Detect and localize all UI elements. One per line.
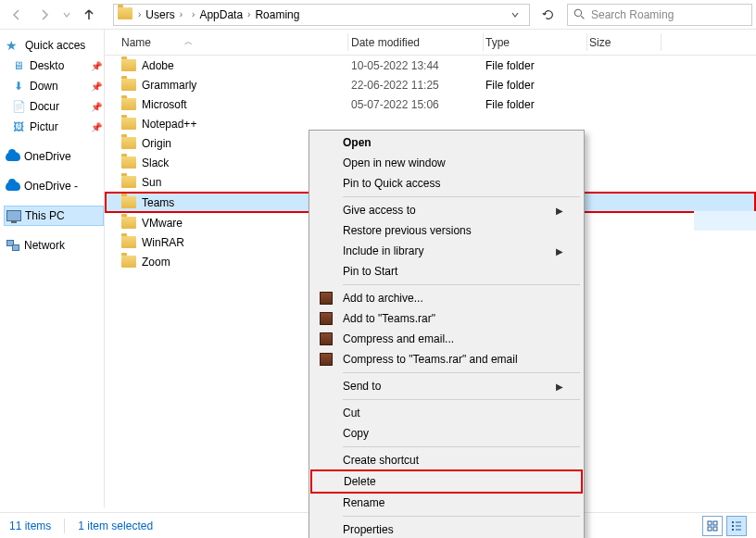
svg-rect-5 bbox=[732, 521, 734, 523]
breadcrumb-item[interactable]: Roaming bbox=[252, 8, 302, 21]
winrar-icon bbox=[319, 291, 334, 306]
svg-rect-4 bbox=[713, 527, 717, 531]
address-bar[interactable]: › Users › › AppData › Roaming bbox=[113, 4, 530, 26]
folder-icon bbox=[121, 196, 136, 208]
winrar-icon bbox=[319, 311, 334, 326]
chevron-right-icon[interactable]: › bbox=[178, 9, 184, 19]
file-name: VMware bbox=[142, 217, 183, 230]
folder-icon bbox=[121, 217, 136, 229]
file-name: WinRAR bbox=[142, 236, 184, 249]
svg-point-0 bbox=[574, 9, 581, 16]
chevron-right-icon: ▶ bbox=[556, 206, 563, 216]
ctx-rename[interactable]: Rename bbox=[311, 493, 582, 513]
pin-icon: 📌 bbox=[91, 81, 102, 92]
recent-dropdown[interactable] bbox=[59, 3, 74, 27]
selection-extend bbox=[694, 211, 756, 231]
folder-icon bbox=[118, 7, 132, 19]
up-button[interactable] bbox=[76, 3, 102, 27]
onedrive-icon bbox=[6, 149, 20, 164]
folder-icon bbox=[121, 236, 136, 248]
ctx-send-to[interactable]: Send to▶ bbox=[311, 376, 582, 396]
documents-icon: 📄 bbox=[11, 99, 26, 114]
sort-indicator-icon: ︿ bbox=[184, 36, 193, 48]
sidebar-item-downloads[interactable]: ⬇ Down📌 bbox=[4, 76, 104, 96]
back-button[interactable] bbox=[4, 3, 30, 27]
view-large-icons-button[interactable] bbox=[702, 516, 723, 536]
file-name: Teams bbox=[142, 196, 174, 209]
sidebar-quick-access[interactable]: ★ Quick acces bbox=[4, 35, 104, 56]
navigation-pane: ★ Quick acces 🖥 Deskto📌 ⬇ Down📌 📄 Docur📌… bbox=[0, 30, 104, 507]
file-row[interactable]: Grammarly22-06-2022 11:25File folder bbox=[105, 75, 756, 94]
sidebar-item-pictures[interactable]: 🖼 Pictur📌 bbox=[4, 117, 104, 137]
ctx-copy[interactable]: Copy bbox=[311, 423, 582, 444]
ctx-properties[interactable]: Properties bbox=[311, 519, 582, 538]
search-input[interactable]: Search Roaming bbox=[567, 4, 752, 26]
sidebar-network[interactable]: Network bbox=[4, 235, 104, 256]
chevron-right-icon: ▶ bbox=[556, 382, 563, 392]
star-icon: ★ bbox=[6, 38, 18, 53]
file-name: Notepad++ bbox=[142, 118, 196, 131]
ctx-delete[interactable]: Delete bbox=[312, 471, 581, 492]
sidebar-item-desktop[interactable]: 🖥 Deskto📌 bbox=[4, 56, 104, 76]
ctx-open[interactable]: Open bbox=[311, 132, 582, 153]
ctx-include-library[interactable]: Include in library▶ bbox=[311, 241, 582, 261]
sidebar-onedrive-business[interactable]: OneDrive - bbox=[4, 176, 104, 196]
sidebar-this-pc[interactable]: This PC bbox=[4, 206, 104, 226]
svg-rect-2 bbox=[713, 521, 717, 525]
file-date: 10-05-2022 13:44 bbox=[346, 59, 480, 72]
ctx-give-access-to[interactable]: Give access to▶ bbox=[311, 200, 582, 220]
refresh-button[interactable] bbox=[537, 4, 560, 26]
file-name: Slack bbox=[142, 156, 169, 169]
ctx-compress-teams-email[interactable]: Compress to "Teams.rar" and email bbox=[311, 349, 582, 369]
file-date: 05-07-2022 15:06 bbox=[346, 98, 480, 111]
svg-rect-10 bbox=[736, 529, 741, 530]
folder-icon bbox=[121, 118, 136, 130]
ctx-compress-email[interactable]: Compress and email... bbox=[311, 329, 582, 349]
ctx-cut[interactable]: Cut bbox=[311, 403, 582, 423]
column-header-type[interactable]: Type bbox=[480, 36, 584, 49]
file-row[interactable]: Microsoft05-07-2022 15:06File folder bbox=[105, 94, 756, 114]
ctx-pin-quick-access[interactable]: Pin to Quick access bbox=[311, 173, 582, 194]
pin-icon: 📌 bbox=[91, 102, 102, 112]
downloads-icon: ⬇ bbox=[11, 79, 26, 94]
forward-button[interactable] bbox=[32, 3, 57, 27]
ctx-add-archive[interactable]: Add to archive... bbox=[311, 288, 582, 308]
chevron-right-icon[interactable]: › bbox=[136, 9, 143, 19]
folder-icon bbox=[121, 137, 136, 149]
chevron-right-icon[interactable]: › bbox=[190, 9, 196, 19]
folder-icon bbox=[121, 176, 136, 188]
folder-icon bbox=[121, 59, 136, 71]
file-date: 22-06-2022 11:25 bbox=[346, 79, 480, 92]
winrar-icon bbox=[319, 332, 334, 346]
breadcrumb-item[interactable]: AppData bbox=[196, 8, 246, 21]
context-menu: Open Open in new window Pin to Quick acc… bbox=[309, 130, 585, 538]
folder-icon bbox=[121, 79, 136, 91]
chevron-right-icon[interactable]: › bbox=[246, 9, 252, 19]
view-details-button[interactable] bbox=[726, 516, 747, 536]
column-header-date[interactable]: Date modified bbox=[346, 36, 480, 49]
folder-icon bbox=[121, 256, 136, 268]
address-dropdown[interactable] bbox=[505, 10, 525, 19]
sidebar-onedrive[interactable]: OneDrive bbox=[4, 146, 104, 167]
ctx-open-new-window[interactable]: Open in new window bbox=[311, 153, 582, 173]
pin-icon: 📌 bbox=[91, 61, 102, 71]
ctx-create-shortcut[interactable]: Create shortcut bbox=[311, 450, 582, 470]
column-header-size[interactable]: Size bbox=[584, 36, 658, 49]
ctx-restore-previous[interactable]: Restore previous versions bbox=[311, 220, 582, 241]
column-headers: Name︿ Date modified Type Size bbox=[105, 30, 756, 56]
breadcrumb-item[interactable]: Users bbox=[143, 8, 177, 21]
toolbar: › Users › › AppData › Roaming Search Roa… bbox=[0, 0, 756, 30]
folder-icon bbox=[121, 98, 136, 110]
search-icon bbox=[573, 8, 586, 20]
ctx-add-teams-rar[interactable]: Add to "Teams.rar" bbox=[311, 308, 582, 329]
file-type: File folder bbox=[480, 98, 584, 111]
sidebar-item-documents[interactable]: 📄 Docur📌 bbox=[4, 96, 104, 117]
file-type: File folder bbox=[480, 79, 584, 92]
desktop-icon: 🖥 bbox=[11, 58, 26, 73]
network-icon bbox=[6, 238, 20, 253]
ctx-pin-start[interactable]: Pin to Start bbox=[311, 261, 582, 282]
column-header-name[interactable]: Name︿ bbox=[116, 36, 346, 49]
status-selection-count: 1 item selected bbox=[78, 519, 153, 532]
file-row[interactable]: Adobe10-05-2022 13:44File folder bbox=[105, 56, 756, 75]
svg-rect-6 bbox=[736, 521, 741, 522]
